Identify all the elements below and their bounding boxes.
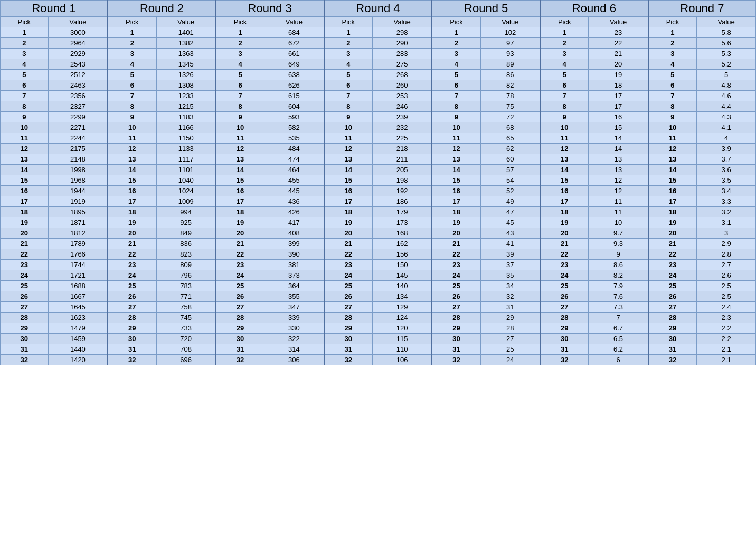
value-cell: 3.6	[697, 165, 756, 175]
value-cell: 253	[372, 91, 432, 101]
pick-cell: 16	[324, 186, 373, 196]
value-cell: 41	[480, 239, 540, 249]
pick-cell: 11	[432, 133, 480, 144]
pick-cell: 3	[432, 49, 480, 59]
pick-cell: 20	[1, 228, 49, 239]
pick-cell: 24	[432, 270, 480, 281]
value-cell: 156	[372, 249, 432, 260]
main-container: Round 1Round 2Round 3Round 4Round 5Round…	[0, 0, 756, 365]
pick-cell: 5	[648, 70, 697, 80]
pick-cell: 15	[108, 175, 156, 186]
value-cell: 1721	[48, 270, 108, 281]
pick-cell: 15	[216, 175, 264, 186]
table-row: 2816232874528339281242829287282.3	[1, 313, 756, 323]
value-cell: 809	[156, 260, 216, 270]
value-cell: 290	[372, 38, 432, 49]
value-cell: 6.5	[589, 334, 648, 344]
pick-cell: 13	[108, 154, 156, 165]
value-cell: 120	[372, 323, 432, 334]
pick-cell: 11	[324, 133, 373, 144]
value-cell: 1382	[156, 38, 216, 49]
value-cell: 28	[480, 323, 540, 334]
table-row: 82327812158604824687581784.4	[1, 101, 756, 112]
pick-cell: 31	[324, 344, 373, 355]
value-cell: 2543	[48, 59, 108, 70]
table-row: 52512513265638526858651955	[1, 70, 756, 80]
value-cell: 1789	[48, 239, 108, 249]
value-cell: 2512	[48, 70, 108, 80]
pick-cell: 26	[324, 291, 373, 302]
pick-cell: 30	[432, 334, 480, 344]
pick-cell: 8	[648, 101, 697, 112]
value-cell: 192	[372, 186, 432, 196]
pick-cell: 9	[324, 112, 373, 122]
round-header-6: Round 6	[540, 1, 648, 17]
pick-cell: 14	[1, 165, 49, 175]
value-cell: 696	[156, 355, 216, 365]
value-cell: 5.3	[697, 49, 756, 59]
pick-cell: 19	[1, 217, 49, 228]
pick-cell: 6	[648, 80, 697, 91]
value-cell: 3.3	[697, 196, 756, 207]
pick-cell: 22	[540, 249, 589, 260]
pick-cell: 25	[108, 281, 156, 291]
pick-cell: 15	[1, 175, 49, 186]
value-cell: 417	[264, 217, 324, 228]
pick-cell: 1	[324, 27, 373, 38]
value-cell: 78	[480, 91, 540, 101]
value-cell: 186	[372, 196, 432, 207]
value-cell: 14	[589, 133, 648, 144]
pick-cell: 15	[324, 175, 373, 186]
value-cell: 11	[589, 207, 648, 217]
value-cell: 339	[264, 313, 324, 323]
pick-cell: 17	[432, 196, 480, 207]
value-cell: 37	[480, 260, 540, 270]
pick-cell: 4	[432, 59, 480, 70]
table-row: 2914792973329330291202928296.7292.2	[1, 323, 756, 334]
table-row: 2317442380923381231502337238.6232.7	[1, 260, 756, 270]
pick-cell: 17	[648, 196, 697, 207]
pick-cell: 27	[648, 302, 697, 313]
pick-cell: 22	[324, 249, 373, 260]
table-row: 151968151040154551519815541512153.5	[1, 175, 756, 186]
table-row: 2217662282322390221562239229222.8	[1, 249, 756, 260]
value-cell: 173	[372, 217, 432, 228]
value-cell: 6.2	[589, 344, 648, 355]
value-cell: 2.5	[697, 281, 756, 291]
value-cell: 29	[480, 313, 540, 323]
value-cell: 2.2	[697, 334, 756, 344]
table-row: 19187119925194171917319451910193.1	[1, 217, 756, 228]
value-cell: 150	[372, 260, 432, 270]
value-cell: 3	[697, 228, 756, 239]
value-cell: 275	[372, 59, 432, 70]
value-cell: 145	[372, 270, 432, 281]
col-header-value-7: Value	[697, 17, 756, 27]
pick-cell: 15	[540, 175, 589, 186]
col-header-value-6: Value	[589, 17, 648, 27]
value-cell: 2271	[48, 122, 108, 133]
pick-cell: 10	[432, 122, 480, 133]
table-row: 2616672677126355261342632267.6262.5	[1, 291, 756, 302]
pick-cell: 20	[108, 228, 156, 239]
value-cell: 62	[480, 144, 540, 154]
value-cell: 260	[372, 80, 432, 91]
pick-cell: 31	[432, 344, 480, 355]
pick-cell: 14	[432, 165, 480, 175]
pick-cell: 25	[648, 281, 697, 291]
pick-cell: 28	[324, 313, 373, 323]
pick-cell: 31	[648, 344, 697, 355]
pick-cell: 20	[432, 228, 480, 239]
pick-cell: 17	[1, 196, 49, 207]
value-cell: 7	[589, 313, 648, 323]
pick-cell: 30	[1, 334, 49, 344]
pick-cell: 2	[540, 38, 589, 49]
pick-cell: 1	[648, 27, 697, 38]
value-cell: 2356	[48, 91, 108, 101]
pick-cell: 17	[540, 196, 589, 207]
value-cell: 2.2	[697, 323, 756, 334]
pick-cell: 7	[432, 91, 480, 101]
pick-cell: 24	[324, 270, 373, 281]
pick-cell: 26	[108, 291, 156, 302]
value-cell: 535	[264, 133, 324, 144]
value-cell: 2463	[48, 80, 108, 91]
